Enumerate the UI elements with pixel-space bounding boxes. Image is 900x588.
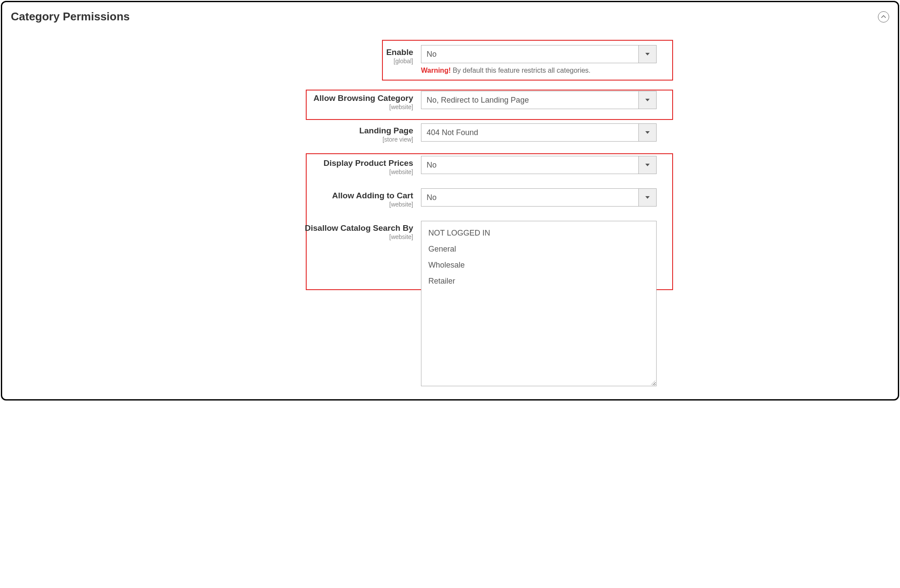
disallow-search-scope: [website]	[227, 233, 413, 240]
allow-add-cart-select-value: No	[421, 188, 638, 207]
multiselect-option[interactable]: Retailer	[427, 275, 650, 288]
landing-page-scope: [store view]	[227, 136, 413, 143]
field-control: No Warning! By default this feature rest…	[421, 45, 657, 74]
enable-label: Enable	[227, 48, 413, 57]
allow-add-cart-select-button[interactable]	[638, 188, 657, 207]
enable-warning-note: Warning! By default this feature restric…	[421, 67, 657, 74]
caret-down-icon	[645, 164, 650, 166]
warning-text: By default this feature restricts all ca…	[451, 67, 591, 74]
label-wrap: Landing Page [store view]	[227, 123, 421, 143]
label-wrap: Display Product Prices [website]	[227, 156, 421, 175]
allow-browsing-label: Allow Browsing Category	[227, 94, 413, 103]
caret-down-icon	[645, 53, 650, 55]
landing-page-select-value: 404 Not Found	[421, 123, 638, 142]
allow-browsing-select-button[interactable]	[638, 91, 657, 109]
landing-page-label: Landing Page	[227, 126, 413, 136]
allow-add-cart-select[interactable]: No	[421, 188, 657, 207]
multiselect-option[interactable]: NOT LOGGED IN	[427, 226, 650, 240]
field-control: No	[421, 188, 657, 207]
disallow-search-multiselect[interactable]: NOT LOGGED IN General Wholesale Retailer	[421, 221, 657, 386]
label-wrap: Allow Adding to Cart [website]	[227, 188, 421, 208]
enable-select-button[interactable]	[638, 45, 657, 63]
display-prices-select-button[interactable]	[638, 156, 657, 174]
warning-prefix: Warning!	[421, 67, 451, 74]
panel-header: Category Permissions	[11, 10, 889, 23]
enable-select-value: No	[421, 45, 638, 63]
field-row-allow-add-cart: Allow Adding to Cart [website] No	[227, 188, 673, 208]
enable-select[interactable]: No	[421, 45, 657, 63]
landing-page-select-button[interactable]	[638, 123, 657, 142]
field-control: No	[421, 156, 657, 174]
field-control: NOT LOGGED IN General Wholesale Retailer	[421, 221, 657, 386]
field-row-allow-browsing: Allow Browsing Category [website] No, Re…	[227, 91, 673, 110]
svg-line-1	[653, 382, 655, 385]
display-prices-select[interactable]: No	[421, 156, 657, 174]
field-control: No, Redirect to Landing Page	[421, 91, 657, 109]
svg-line-0	[651, 381, 655, 385]
multiselect-option[interactable]: Wholesale	[427, 258, 650, 272]
svg-line-2	[654, 384, 655, 385]
label-wrap: Disallow Catalog Search By [website]	[227, 221, 421, 240]
allow-add-cart-label: Allow Adding to Cart	[227, 191, 413, 200]
panel-title: Category Permissions	[11, 10, 130, 23]
field-row-disallow-search: Disallow Catalog Search By [website] NOT…	[227, 221, 673, 386]
allow-browsing-scope: [website]	[227, 103, 413, 110]
field-row-enable: Enable [global] No Warning! By default t…	[227, 45, 673, 74]
caret-down-icon	[645, 99, 650, 101]
form-area: Enable [global] No Warning! By default t…	[227, 45, 673, 386]
enable-scope: [global]	[227, 58, 413, 65]
allow-browsing-select[interactable]: No, Redirect to Landing Page	[421, 91, 657, 109]
category-permissions-panel: Category Permissions Enable [global] No	[1, 1, 899, 401]
display-prices-scope: [website]	[227, 168, 413, 175]
field-row-landing-page: Landing Page [store view] 404 Not Found	[227, 123, 673, 143]
caret-down-icon	[645, 196, 650, 199]
allow-add-cart-scope: [website]	[227, 201, 413, 208]
landing-page-select[interactable]: 404 Not Found	[421, 123, 657, 142]
resize-handle-icon[interactable]	[650, 380, 655, 385]
display-prices-label: Display Product Prices	[227, 158, 413, 168]
label-wrap: Enable [global]	[227, 45, 421, 65]
collapse-toggle[interactable]	[878, 11, 889, 23]
chevron-up-icon	[881, 15, 886, 19]
allow-browsing-select-value: No, Redirect to Landing Page	[421, 91, 638, 109]
disallow-search-label: Disallow Catalog Search By	[227, 223, 413, 233]
display-prices-select-value: No	[421, 156, 638, 174]
field-row-display-prices: Display Product Prices [website] No	[227, 156, 673, 175]
label-wrap: Allow Browsing Category [website]	[227, 91, 421, 110]
caret-down-icon	[645, 131, 650, 134]
field-control: 404 Not Found	[421, 123, 657, 142]
multiselect-option[interactable]: General	[427, 242, 650, 256]
